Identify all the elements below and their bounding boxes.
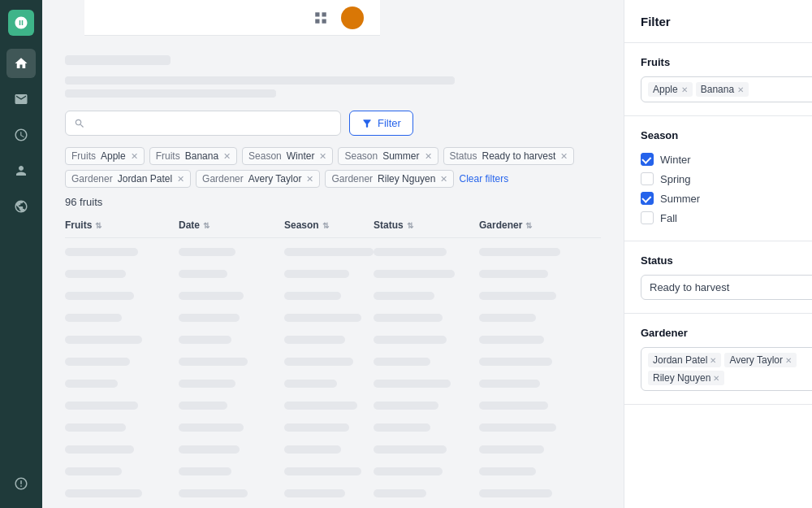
sidebar-item-zendesk[interactable]	[6, 469, 36, 498]
breadcrumb-area	[65, 55, 601, 98]
table-row	[65, 417, 601, 439]
avatar[interactable]	[341, 7, 364, 29]
search-filter-row: Filter	[65, 111, 601, 136]
search-box[interactable]	[65, 111, 341, 136]
result-count: 96 fruits	[65, 196, 601, 208]
skeleton-rows	[65, 241, 601, 508]
filter-button[interactable]: Filter	[349, 111, 413, 136]
filter-icon	[361, 118, 373, 129]
search-icon	[74, 118, 85, 129]
table-cell	[284, 402, 374, 410]
col-gardener[interactable]: Gardener ⇅	[479, 219, 601, 231]
table-cell	[284, 423, 374, 432]
remove-tag-status-ready[interactable]: ✕	[560, 151, 568, 162]
gardener-dropdown[interactable]: Jordan Patel ✕ Avery Taylor ✕ Riley Nguy…	[641, 347, 812, 391]
col-status[interactable]: Status ⇅	[374, 219, 479, 231]
table-cell	[284, 358, 374, 366]
season-option-summer[interactable]: Summer	[641, 189, 812, 208]
col-date[interactable]: Date ⇅	[179, 219, 284, 231]
col-fruits[interactable]: Fruits ⇅	[65, 219, 179, 231]
remove-fruit-banana[interactable]: ✕	[737, 85, 744, 94]
checkbox-fall[interactable]	[641, 211, 654, 224]
remove-tag-fruits-banana[interactable]: ✕	[223, 151, 231, 162]
checkbox-summer[interactable]	[641, 192, 654, 205]
table-cell	[374, 445, 479, 454]
table-cell	[284, 336, 374, 344]
season-option-spring[interactable]: Spring	[641, 169, 812, 189]
table-cell	[179, 467, 284, 475]
table-cell	[179, 358, 284, 366]
remove-gardener-jordan[interactable]: ✕	[710, 356, 716, 365]
remove-tag-fruits-apple[interactable]: ✕	[131, 151, 138, 162]
table-cell	[179, 248, 284, 256]
status-dropdown[interactable]: Ready to harvest	[641, 275, 812, 300]
filter-tag: Gardener Avery Taylor ✕	[196, 170, 320, 188]
sidebar-item-user[interactable]	[6, 156, 36, 185]
table-row	[65, 241, 601, 263]
table-cell	[65, 402, 179, 410]
table-cell	[479, 402, 601, 410]
table-cell	[179, 314, 284, 322]
sidebar-item-mail[interactable]	[6, 85, 36, 114]
remove-tag-gardener-riley[interactable]: ✕	[440, 174, 447, 185]
table-cell	[479, 336, 601, 344]
table-container: Fruits ⇅ Date ⇅ Season ⇅ Status ⇅ Garden…	[65, 219, 601, 508]
table-cell	[374, 248, 479, 256]
table-cell	[479, 423, 601, 432]
table-cell	[284, 248, 374, 256]
table-cell	[479, 445, 601, 454]
filter-tag: Status Ready to harvest ✕	[443, 147, 575, 165]
col-season[interactable]: Season ⇅	[284, 219, 374, 231]
gardener-filter-section: Gardener Jordan Patel ✕ Avery Taylor ✕ R…	[624, 314, 812, 405]
table-cell	[284, 380, 374, 388]
sidebar-item-globe[interactable]	[6, 192, 36, 221]
table-cell	[284, 445, 374, 454]
table-row	[65, 373, 601, 395]
table-row	[65, 461, 601, 483]
grid-icon[interactable]	[309, 6, 333, 30]
fruits-dropdown[interactable]: Apple ✕ Banana ✕ ⌄	[641, 76, 812, 102]
table-cell	[374, 489, 479, 497]
content-wrapper: Filter Fruits Apple ✕ Fruits Banana ✕ Se…	[42, 0, 624, 508]
remove-gardener-riley[interactable]: ✕	[713, 374, 719, 383]
sort-icon-status: ⇅	[407, 221, 413, 230]
app-logo[interactable]	[8, 10, 34, 36]
table-header: Fruits ⇅ Date ⇅ Season ⇅ Status ⇅ Garden…	[65, 219, 601, 238]
table-row	[65, 263, 601, 285]
remove-tag-season-winter[interactable]: ✕	[319, 151, 326, 162]
table-cell	[65, 380, 179, 388]
table-cell	[374, 402, 479, 410]
search-input[interactable]	[90, 117, 332, 129]
table-cell	[65, 270, 179, 278]
table-cell	[374, 358, 479, 366]
checkbox-winter[interactable]	[641, 153, 654, 166]
sidebar-item-clock[interactable]	[6, 120, 36, 150]
remove-gardener-avery[interactable]: ✕	[785, 356, 792, 365]
checkbox-spring[interactable]	[641, 172, 654, 185]
remove-tag-season-summer[interactable]: ✕	[425, 151, 432, 162]
fruit-tag-banana: Banana ✕	[696, 82, 749, 97]
remove-tag-gardener-jordan[interactable]: ✕	[177, 174, 184, 185]
table-cell	[479, 380, 601, 388]
gardener-tag-avery: Avery Taylor ✕	[724, 353, 797, 367]
sidebar-item-home[interactable]	[6, 49, 36, 78]
table-cell	[284, 270, 374, 278]
table-cell	[479, 358, 601, 366]
table-cell	[284, 467, 374, 475]
table-cell	[284, 292, 374, 300]
season-option-winter[interactable]: Winter	[641, 150, 812, 169]
sidebar	[0, 0, 42, 508]
table-row	[65, 351, 601, 373]
table-cell	[479, 270, 601, 278]
clear-filters-button[interactable]: Clear filters	[459, 173, 508, 185]
season-option-fall[interactable]: Fall	[641, 208, 812, 228]
top-bar	[84, 0, 380, 36]
filter-tag: Fruits Banana ✕	[149, 147, 237, 165]
table-row	[65, 285, 601, 307]
table-cell	[374, 314, 479, 322]
table-cell	[374, 270, 479, 278]
fruits-filter-section: Fruits Apple ✕ Banana ✕ ⌄	[624, 43, 812, 116]
sort-icon-gardener: ⇅	[525, 221, 532, 230]
remove-fruit-apple[interactable]: ✕	[681, 85, 688, 94]
remove-tag-gardener-avery[interactable]: ✕	[306, 174, 313, 185]
